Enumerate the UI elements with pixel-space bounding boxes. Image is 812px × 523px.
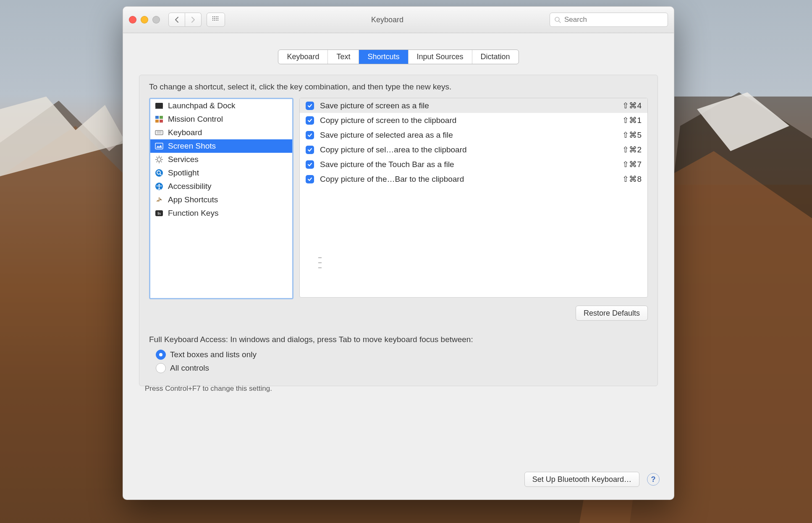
category-mission-control[interactable]: Mission Control — [150, 112, 292, 126]
zoom-icon — [152, 16, 160, 24]
checkbox[interactable] — [306, 175, 314, 183]
svg-rect-2 — [155, 103, 163, 108]
shortcut-row[interactable]: Save picture of the Touch Bar as a file⇧… — [300, 157, 647, 172]
radio-option[interactable]: All controls — [156, 363, 257, 373]
press-hint: Press Control+F7 to change this setting. — [145, 384, 272, 393]
svg-line-18 — [161, 162, 162, 162]
radio-label: Text boxes and lists only — [170, 350, 257, 359]
category-label: Accessibility — [168, 182, 211, 191]
help-button[interactable]: ? — [647, 473, 660, 486]
category-launchpad-dock[interactable]: Launchpad & Dock — [150, 99, 292, 112]
radio-button[interactable] — [156, 350, 166, 360]
shortcut-keys[interactable]: ⇧⌘8 — [622, 174, 642, 184]
tab-text[interactable]: Text — [328, 50, 359, 64]
checkbox[interactable] — [306, 131, 314, 139]
titlebar: Keyboard — [123, 7, 674, 33]
tab-keyboard[interactable]: Keyboard — [278, 50, 328, 64]
category-label: Spotlight — [168, 168, 199, 178]
shortcut-label: Save picture of selected area as a file — [320, 131, 616, 140]
svg-line-19 — [161, 157, 162, 158]
window-controls — [129, 16, 160, 24]
svg-line-1 — [559, 21, 561, 23]
svg-line-20 — [157, 162, 157, 162]
tab-input-sources[interactable]: Input Sources — [409, 50, 472, 64]
category-spotlight[interactable]: Spotlight — [150, 166, 292, 180]
checkbox[interactable] — [306, 160, 314, 169]
shortcut-row[interactable]: Save picture of screen as a file⇧⌘4 — [300, 98, 647, 113]
screenshots-icon — [155, 141, 164, 151]
radio-option[interactable]: Text boxes and lists only — [156, 350, 257, 360]
checkbox[interactable] — [306, 146, 314, 154]
full-keyboard-access-label: Full Keyboard Access: In windows and dia… — [149, 335, 473, 344]
category-label: Screen Shots — [168, 141, 216, 151]
show-all-button[interactable] — [207, 13, 225, 27]
preferences-window: Keyboard KeyboardTextShortcutsInput Sour… — [123, 6, 674, 500]
shortcut-list[interactable]: Save picture of screen as a file⇧⌘4Copy … — [299, 98, 648, 298]
shortcut-row[interactable]: Copy picture of sel…area to the clipboar… — [300, 142, 647, 157]
services-icon — [155, 155, 164, 164]
accessibility-icon — [155, 182, 164, 191]
svg-rect-4 — [155, 116, 159, 119]
category-keyboard[interactable]: Keyboard — [150, 126, 292, 139]
window-title: Keyboard — [230, 16, 545, 24]
svg-rect-8 — [155, 131, 163, 135]
shortcut-label: Copy picture of sel…area to the clipboar… — [320, 145, 616, 154]
shortcut-keys[interactable]: ⇧⌘7 — [622, 160, 642, 169]
checkbox[interactable] — [306, 116, 314, 125]
category-list[interactable]: Launchpad & DockMission ControlKeyboardS… — [149, 98, 293, 299]
launchpad-icon — [155, 101, 164, 110]
grid-icon — [212, 16, 219, 23]
category-services[interactable]: Services — [150, 153, 292, 166]
full-keyboard-access-options: Text boxes and lists onlyAll controls — [156, 350, 257, 373]
resize-handle-icon[interactable] — [318, 257, 322, 268]
shortcut-row[interactable]: Copy picture of the…Bar to the clipboard… — [300, 172, 647, 186]
back-button[interactable] — [168, 13, 185, 27]
tab-shortcuts[interactable]: Shortcuts — [359, 50, 408, 64]
search-field[interactable] — [550, 13, 668, 27]
category-accessibility[interactable]: Accessibility — [150, 180, 292, 193]
svg-point-28 — [158, 184, 160, 186]
svg-rect-11 — [155, 143, 163, 149]
shortcut-keys[interactable]: ⇧⌘4 — [622, 101, 642, 110]
close-icon[interactable] — [129, 16, 136, 24]
category-label: Keyboard — [168, 128, 202, 137]
shortcut-label: Save picture of screen as a file — [320, 101, 616, 110]
chevron-right-icon — [191, 17, 196, 23]
window-body: KeyboardTextShortcutsInput SourcesDictat… — [123, 33, 674, 499]
checkbox[interactable] — [306, 102, 314, 110]
svg-rect-29 — [159, 197, 160, 201]
keyboard-icon — [155, 128, 164, 137]
search-icon — [554, 16, 561, 23]
category-label: Mission Control — [168, 115, 223, 124]
shortcut-keys[interactable]: ⇧⌘5 — [622, 130, 642, 140]
svg-text:fn: fn — [157, 212, 161, 216]
svg-point-12 — [157, 158, 161, 162]
shortcut-keys[interactable]: ⇧⌘2 — [622, 145, 642, 154]
bluetooth-keyboard-button[interactable]: Set Up Bluetooth Keyboard… — [524, 472, 639, 487]
category-screen-shots[interactable]: Screen Shots — [150, 139, 292, 153]
category-label: Function Keys — [168, 209, 218, 218]
shortcut-row[interactable]: Save picture of selected area as a file⇧… — [300, 128, 647, 142]
panels: Launchpad & DockMission ControlKeyboardS… — [149, 98, 648, 299]
shortcut-label: Copy picture of screen to the clipboard — [320, 116, 616, 125]
shortcut-label: Save picture of the Touch Bar as a file — [320, 160, 616, 169]
svg-rect-7 — [160, 120, 163, 123]
shortcut-keys[interactable]: ⇧⌘1 — [622, 115, 642, 125]
search-input[interactable] — [563, 15, 663, 24]
svg-rect-6 — [155, 120, 159, 123]
radio-button[interactable] — [156, 363, 166, 373]
footer: Set Up Bluetooth Keyboard… ? — [524, 472, 660, 487]
shortcut-row[interactable]: Copy picture of screen to the clipboard⇧… — [300, 113, 647, 128]
minimize-icon[interactable] — [141, 16, 148, 24]
function-keys-icon: fn — [155, 209, 164, 218]
category-app-shortcuts[interactable]: App Shortcuts — [150, 193, 292, 207]
mission-control-icon — [155, 115, 164, 124]
forward-button[interactable] — [185, 13, 202, 27]
tab-dictation[interactable]: Dictation — [472, 50, 519, 64]
shortcut-label: Copy picture of the…Bar to the clipboard — [320, 175, 616, 184]
spotlight-icon — [155, 168, 164, 178]
category-label: App Shortcuts — [168, 195, 218, 204]
category-function-keys[interactable]: fnFunction Keys — [150, 207, 292, 220]
restore-defaults-button[interactable]: Restore Defaults — [576, 306, 648, 321]
nav-group — [168, 13, 202, 27]
